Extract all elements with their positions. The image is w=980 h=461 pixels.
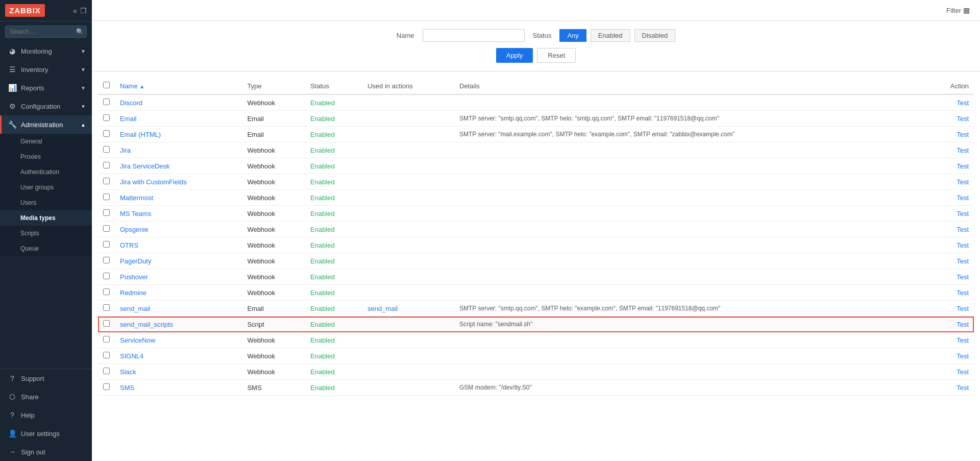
row-checkbox[interactable] — [103, 352, 110, 358]
sidebar-item-scripts[interactable]: Scripts — [0, 226, 92, 241]
media-type-name-link[interactable]: send_mail_scripts — [120, 321, 173, 328]
row-name: Jira ServiceDesk — [115, 158, 242, 174]
sidebar-item-monitoring[interactable]: ◕ Monitoring ▼ — [0, 42, 92, 60]
test-link[interactable]: Test — [957, 147, 969, 154]
row-checkbox[interactable] — [103, 209, 110, 216]
test-link[interactable]: Test — [957, 368, 969, 376]
test-link[interactable]: Test — [957, 131, 969, 138]
test-link[interactable]: Test — [957, 384, 969, 392]
reset-button[interactable]: Reset — [537, 48, 576, 63]
row-checkbox[interactable] — [103, 225, 110, 232]
row-checkbox[interactable] — [103, 368, 110, 374]
sidebar-item-administration[interactable]: 🔧 Administration ▲ — [0, 115, 92, 134]
sidebar-item-media-types[interactable]: Media types — [0, 210, 92, 226]
test-link[interactable]: Test — [957, 210, 969, 217]
sign-out-icon: → — [8, 448, 17, 456]
test-link[interactable]: Test — [957, 115, 969, 123]
row-checkbox[interactable] — [103, 193, 110, 200]
sidebar-item-support[interactable]: ? Support — [0, 369, 92, 387]
row-checkbox[interactable] — [103, 146, 110, 153]
sidebar-item-authentication[interactable]: Authentication — [0, 164, 92, 180]
test-link[interactable]: Test — [957, 226, 969, 233]
sidebar-item-configuration[interactable]: ⚙ Configuration ▼ — [0, 97, 92, 115]
media-type-name-link[interactable]: Email (HTML) — [120, 131, 161, 138]
test-link[interactable]: Test — [957, 257, 969, 265]
status-btn-disabled[interactable]: Disabled — [634, 29, 676, 42]
sidebar-item-help[interactable]: ? Help — [0, 406, 92, 424]
media-type-name-link[interactable]: MS Teams — [120, 210, 151, 217]
sidebar-item-general[interactable]: General — [0, 134, 92, 149]
row-checkbox[interactable] — [103, 320, 110, 327]
row-checkbox[interactable] — [103, 178, 110, 184]
row-checkbox[interactable] — [103, 273, 110, 279]
row-checkbox[interactable] — [103, 241, 110, 248]
media-type-name-link[interactable]: Slack — [120, 368, 136, 376]
used-in-actions-link[interactable]: send_mail — [368, 305, 398, 312]
row-checkbox[interactable] — [103, 304, 110, 311]
sidebar-item-users[interactable]: Users — [0, 195, 92, 210]
row-checkbox[interactable] — [103, 99, 110, 105]
test-link[interactable]: Test — [957, 99, 969, 107]
media-type-name-link[interactable]: Jira — [120, 147, 131, 154]
media-type-name-link[interactable]: PagerDuty — [120, 257, 151, 265]
status-badge: Enabled — [310, 131, 335, 138]
search-input[interactable] — [5, 26, 87, 38]
filter-name-input[interactable] — [423, 29, 525, 42]
row-checkbox[interactable] — [103, 162, 110, 168]
media-type-name-link[interactable]: Pushover — [120, 273, 148, 281]
name-sort-link[interactable]: Name ▲ — [120, 82, 144, 90]
test-link[interactable]: Test — [957, 273, 969, 281]
test-link[interactable]: Test — [957, 178, 969, 186]
media-type-name-link[interactable]: SIGNL4 — [120, 352, 143, 360]
row-details: Script name: "sendmail.sh" — [454, 317, 926, 332]
media-type-name-link[interactable]: Opsgenie — [120, 226, 149, 233]
sidebar-item-reports[interactable]: 📊 Reports ▼ — [0, 79, 92, 97]
test-link[interactable]: Test — [957, 194, 969, 202]
row-checkbox[interactable] — [103, 383, 110, 390]
test-link[interactable]: Test — [957, 352, 969, 360]
status-btn-enabled[interactable]: Enabled — [591, 29, 630, 42]
select-all-checkbox[interactable] — [103, 82, 110, 88]
test-link[interactable]: Test — [957, 321, 969, 328]
test-link[interactable]: Test — [957, 241, 969, 249]
row-checkbox[interactable] — [103, 257, 110, 263]
row-checkbox[interactable] — [103, 130, 110, 137]
media-type-name-link[interactable]: Mattermost — [120, 194, 153, 202]
filter-toggle[interactable]: Filter ▩ — [946, 6, 970, 14]
nav-section: ◕ Monitoring ▼ ☰ Inventory ▼ 📊 Reports ▼… — [0, 42, 92, 256]
expand-icon[interactable]: ❐ — [80, 7, 87, 15]
sidebar-item-inventory[interactable]: ☰ Inventory ▼ — [0, 60, 92, 79]
test-link[interactable]: Test — [957, 336, 969, 344]
media-type-name-link[interactable]: Jira with CustomFields — [120, 178, 187, 186]
row-details — [454, 94, 926, 111]
row-checkbox[interactable] — [103, 114, 110, 121]
media-type-name-link[interactable]: SMS — [120, 384, 134, 392]
apply-button[interactable]: Apply — [496, 48, 533, 63]
row-used-in-actions — [362, 380, 454, 396]
media-type-name-link[interactable]: send_mail — [120, 305, 150, 312]
row-checkbox-cell — [98, 94, 115, 111]
row-checkbox[interactable] — [103, 288, 110, 295]
sidebar-item-queue[interactable]: Queue — [0, 241, 92, 256]
media-type-name-link[interactable]: Email — [120, 115, 137, 123]
collapse-icon[interactable]: « — [73, 7, 77, 15]
sidebar: ZABBIX « ❐ 🔍 ◕ Monitoring ▼ ☰ Inventory … — [0, 0, 92, 461]
sidebar-item-user-groups[interactable]: User groups — [0, 180, 92, 195]
test-link[interactable]: Test — [957, 162, 969, 170]
status-btn-any[interactable]: Any — [559, 29, 586, 42]
sidebar-item-sign-out[interactable]: → Sign out — [0, 443, 92, 461]
col-action: Action — [926, 78, 974, 94]
media-type-name-link[interactable]: Jira ServiceDesk — [120, 162, 170, 170]
row-checkbox[interactable] — [103, 336, 110, 343]
media-type-name-link[interactable]: OTRS — [120, 241, 138, 249]
media-type-name-link[interactable]: ServiceNow — [120, 336, 155, 344]
sidebar-item-user-settings[interactable]: 👤 User settings — [0, 424, 92, 443]
media-type-name-link[interactable]: Redmine — [120, 289, 146, 297]
test-link[interactable]: Test — [957, 305, 969, 312]
sidebar-item-inventory-label: Inventory — [21, 66, 48, 74]
media-type-name-link[interactable]: Discord — [120, 99, 142, 107]
sidebar-item-share[interactable]: ⬡ Share — [0, 387, 92, 406]
sidebar-item-proxies[interactable]: Proxies — [0, 149, 92, 164]
inventory-chevron: ▼ — [81, 67, 86, 72]
test-link[interactable]: Test — [957, 289, 969, 297]
